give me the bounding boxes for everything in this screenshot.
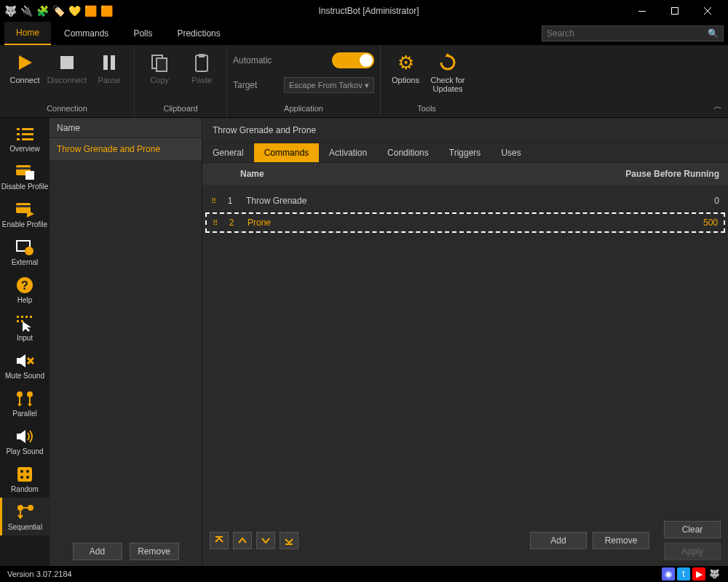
row-index: 2 (223, 218, 240, 228)
detail-footer: Add Remove Clear Apply (202, 515, 728, 566)
detail-clear-button[interactable]: Clear (664, 521, 721, 538)
sidebar-item-help[interactable]: ? Help (0, 271, 50, 308)
svg-point-21 (25, 247, 33, 255)
ribbon-group-application: Automatic Target Escape From Tarkov ▾ Ap… (227, 45, 381, 117)
tag-icon: 🏷️ (52, 5, 64, 17)
row-name: Prone (240, 218, 689, 228)
speaker-icon (15, 426, 35, 447)
sidebar-item-parallel[interactable]: Parallel (0, 384, 50, 422)
command-row[interactable]: ⠿ 1 Throw Grenade 0 (205, 191, 725, 211)
command-row[interactable]: ⠿ 2 Prone 500 (205, 212, 725, 233)
detail-tabs: General Commands Activation Conditions T… (202, 143, 728, 163)
detail-remove-button[interactable]: Remove (593, 532, 649, 549)
options-button[interactable]: ⚙ Options (387, 51, 424, 84)
search-input[interactable] (547, 28, 708, 39)
chevron-down-icon: ▾ (365, 81, 369, 90)
row-pause: 0 (690, 196, 719, 206)
col-pause: Pause Before Running (603, 169, 719, 179)
youtube-icon[interactable]: ▶ (692, 567, 705, 581)
svg-rect-14 (22, 138, 33, 140)
card-play-icon (15, 199, 35, 220)
tab-conditions[interactable]: Conditions (377, 143, 439, 162)
target-combo[interactable]: Escape From Tarkov ▾ (284, 77, 374, 93)
automatic-label: Automatic (233, 55, 277, 65)
sidebar-item-input[interactable]: Input (0, 308, 50, 346)
row-pause: 500 (689, 218, 718, 228)
pause-button[interactable]: Pause (90, 51, 128, 84)
menu-tab-commands[interactable]: Commands (52, 23, 120, 44)
tab-triggers[interactable]: Triggers (439, 143, 491, 162)
menu-tab-home[interactable]: Home (4, 22, 51, 45)
svg-point-33 (20, 470, 23, 473)
drag-handle-icon[interactable]: ⠿ (213, 219, 223, 227)
search-box[interactable]: 🔍 (542, 25, 724, 41)
automatic-toggle[interactable] (332, 52, 374, 68)
detail-add-button[interactable]: Add (530, 532, 587, 549)
col-name: Name (240, 169, 603, 179)
sidebar-item-external[interactable]: External (0, 233, 50, 271)
cursor-grid-icon (15, 313, 35, 333)
copy-button[interactable]: Copy (141, 51, 178, 84)
move-top-button[interactable] (210, 532, 229, 549)
refresh-icon (436, 51, 459, 74)
disconnect-label: Disconnect (47, 76, 87, 84)
status-bar: Version 3.07.2184 ◉ t ▶ 🐺 (0, 566, 728, 582)
svg-rect-17 (25, 171, 34, 180)
maximize-button[interactable] (658, 0, 691, 22)
sidebar-item-play-sound[interactable]: Play Sound (0, 422, 50, 460)
profile-item[interactable]: Throw Grenade and Prone (50, 138, 202, 160)
check-updates-button[interactable]: Check for Updates (429, 51, 467, 93)
twitter-icon[interactable]: t (677, 567, 690, 581)
tab-general[interactable]: General (202, 143, 254, 162)
move-up-button[interactable] (233, 532, 252, 549)
sidebar-item-random[interactable]: Random (0, 460, 50, 498)
svg-rect-10 (22, 128, 33, 130)
connect-label: Connect (10, 76, 40, 84)
tab-activation[interactable]: Activation (319, 143, 377, 162)
plug-icon: 🔌 (20, 5, 32, 17)
svg-rect-12 (22, 133, 33, 135)
heart-icon: 💛 (68, 5, 80, 17)
tab-commands[interactable]: Commands (254, 143, 319, 162)
menu-tab-polls[interactable]: Polls (122, 23, 164, 44)
menu-tab-predictions[interactable]: Predictions (165, 23, 232, 44)
ribbon-label-application: Application (233, 101, 374, 117)
command-table-header: Name Pause Before Running (202, 163, 728, 185)
profile-header: Name (50, 118, 202, 138)
sidebar-item-enable-profile[interactable]: Enable Profile (0, 195, 50, 233)
wolf-status-icon[interactable]: 🐺 (708, 567, 721, 581)
profile-add-button[interactable]: Add (73, 543, 122, 560)
close-button[interactable] (691, 0, 724, 22)
svg-rect-27 (30, 316, 32, 318)
connect-button[interactable]: Connect (6, 51, 44, 84)
copy-label: Copy (150, 76, 169, 84)
target-value: Escape From Tarkov (289, 81, 363, 89)
paste-button[interactable]: Paste (183, 51, 221, 84)
tab-uses[interactable]: Uses (491, 143, 531, 162)
minimize-button[interactable] (625, 0, 658, 22)
sidebar-item-overview[interactable]: Overview (0, 119, 50, 157)
move-down-button[interactable] (256, 532, 275, 549)
drag-handle-icon[interactable]: ⠿ (211, 197, 221, 205)
disconnect-button[interactable]: Disconnect (48, 51, 86, 84)
detail-apply-button[interactable]: Apply (664, 543, 721, 560)
paste-icon (190, 51, 213, 74)
ribbon-label-clipboard: Clipboard (141, 101, 221, 117)
pause-label: Pause (98, 76, 120, 84)
discord-icon[interactable]: ◉ (662, 567, 675, 581)
reorder-buttons (210, 532, 298, 549)
sidebar-item-sequential[interactable]: Sequential (0, 498, 50, 535)
titlebar-app-icons: 🐺 🔌 🧩 🏷️ 💛 🟧 🟧 (4, 5, 112, 17)
sidebar-label: Sequential (8, 524, 42, 531)
profile-remove-button[interactable]: Remove (130, 543, 179, 560)
sidebar-label: Enable Profile (2, 221, 47, 228)
sidebar-label: Play Sound (6, 448, 43, 455)
ribbon-collapse-button[interactable]: ︿ (713, 100, 722, 113)
target-label: Target (233, 80, 277, 90)
move-bottom-button[interactable] (280, 532, 298, 549)
svg-rect-16 (16, 167, 31, 170)
search-icon: 🔍 (708, 28, 719, 39)
sidebar-label: Help (17, 297, 33, 304)
sidebar-item-mute-sound[interactable]: Mute Sound (0, 346, 50, 384)
sidebar-item-disable-profile[interactable]: Disable Profile (0, 157, 50, 195)
